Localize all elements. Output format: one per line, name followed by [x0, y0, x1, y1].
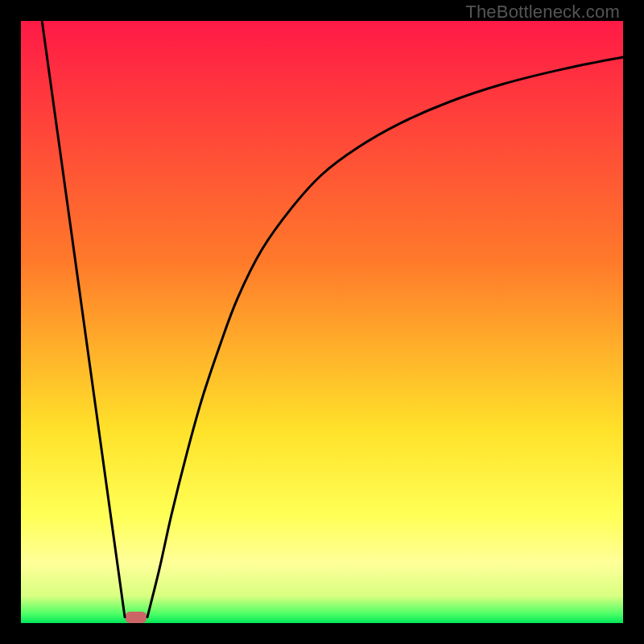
plot-area: [21, 21, 623, 623]
chart-frame: TheBottleneck.com: [0, 0, 644, 644]
watermark-text: TheBottleneck.com: [465, 2, 620, 23]
bottleneck-chart-svg: [21, 21, 623, 623]
minimum-marker-bar: [125, 612, 147, 623]
gradient-background: [21, 21, 623, 623]
